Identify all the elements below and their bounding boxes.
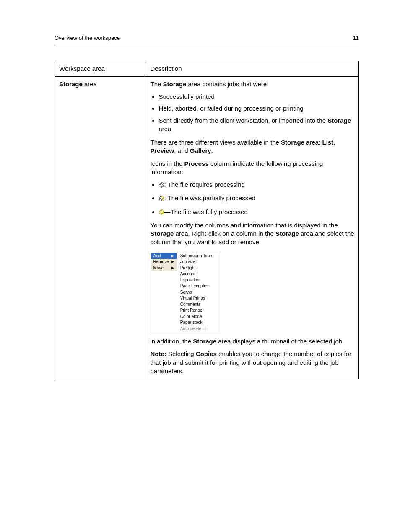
text: Remove bbox=[153, 259, 169, 265]
th-description: Description bbox=[146, 61, 359, 76]
text: Move bbox=[153, 266, 164, 271]
job-status-list: Successfully printed Held, aborted, or f… bbox=[151, 93, 355, 133]
storage-bold: Storage bbox=[59, 80, 83, 88]
context-menu-screenshot: Add▶ Remove▶ Move▶ Submission Time Job s… bbox=[151, 253, 221, 333]
chevron-right-icon: ▶ bbox=[171, 254, 174, 258]
text: area contains jobs that were: bbox=[186, 80, 268, 88]
page-header: Overview of the workspace 11 bbox=[55, 34, 359, 44]
text: : The file was partially processed bbox=[164, 194, 255, 201]
list-item: Held, aborted, or failed during processi… bbox=[159, 104, 355, 113]
cell-workspace-area: Storage area bbox=[55, 76, 146, 379]
document-page: Overview of the workspace 11 Workspace a… bbox=[0, 0, 400, 532]
menu-item: Submission Time bbox=[177, 253, 221, 259]
text: Icons in the bbox=[151, 160, 184, 167]
menu-item: Account bbox=[177, 271, 221, 277]
gear-empty-icon bbox=[159, 182, 164, 188]
menu-item: Comments bbox=[177, 302, 221, 308]
context-menu-columns: Submission Time Job size Preflight Accou… bbox=[177, 253, 221, 332]
text: area displays a thumbnail of the selecte… bbox=[216, 338, 344, 345]
gear-full-icon bbox=[159, 209, 164, 215]
text: Sent directly from the client workstatio… bbox=[159, 117, 328, 124]
storage-rest: area bbox=[83, 80, 97, 88]
text: Storage bbox=[327, 117, 351, 124]
intro-line: The Storage area contains jobs that were… bbox=[151, 80, 355, 88]
text: , bbox=[333, 139, 335, 146]
menu-item: Virtual Printer bbox=[177, 295, 221, 302]
page-number: 11 bbox=[353, 34, 359, 42]
text: : The file requires processing bbox=[164, 181, 245, 188]
list-item: Successfully printed bbox=[159, 93, 355, 101]
workspace-table: Workspace area Description Storage area … bbox=[55, 61, 359, 380]
text: Process bbox=[184, 160, 208, 167]
note-line: Note: Selecting Copies enables you to ch… bbox=[151, 350, 355, 375]
text: Storage bbox=[193, 338, 216, 345]
views-line: There are three different views availabl… bbox=[151, 138, 355, 155]
gear-partial-icon bbox=[159, 196, 164, 201]
modify-columns-line: You can modify the columns and informati… bbox=[151, 221, 355, 247]
menu-item-remove: Remove▶ bbox=[151, 259, 177, 265]
menu-item-move: Move▶ bbox=[151, 265, 177, 271]
process-line: Icons in the Process column indicate the… bbox=[151, 160, 355, 177]
menu-item: Color Mode bbox=[177, 314, 221, 320]
text: . bbox=[211, 147, 213, 154]
text: Preview bbox=[151, 147, 174, 154]
th-workspace-area: Workspace area bbox=[55, 61, 146, 76]
text: area bbox=[159, 125, 171, 132]
chevron-right-icon: ▶ bbox=[171, 260, 174, 264]
text: , and bbox=[174, 147, 190, 154]
text: Storage bbox=[151, 230, 174, 237]
text: in addition, the bbox=[151, 338, 193, 345]
text: You can modify the columns and informati… bbox=[151, 222, 338, 229]
addition-line: in addition, the Storage area displays a… bbox=[151, 337, 355, 346]
menu-item: Imposition bbox=[177, 277, 221, 284]
text: Add bbox=[153, 253, 161, 259]
menu-item-add: Add▶ bbox=[151, 253, 177, 259]
text: Copies bbox=[196, 350, 217, 357]
text: Storage bbox=[275, 230, 299, 237]
menu-item: Preflight bbox=[177, 265, 221, 271]
text: Selecting bbox=[166, 350, 196, 357]
text: Storage bbox=[163, 80, 187, 88]
text: Storage bbox=[281, 139, 304, 146]
list-item: : The file requires processing bbox=[159, 181, 355, 189]
text: The bbox=[151, 80, 163, 88]
text: area: bbox=[304, 139, 322, 146]
list-item: —The file was fully processed bbox=[159, 208, 355, 216]
menu-item: Page Exception bbox=[177, 283, 221, 289]
text: There are three different views availabl… bbox=[151, 139, 281, 146]
cell-description: The Storage area contains jobs that were… bbox=[146, 76, 359, 379]
menu-item: Paper stock bbox=[177, 320, 221, 326]
menu-item: Server bbox=[177, 289, 221, 296]
process-icon-list: : The file requires processing : The fil… bbox=[151, 181, 355, 216]
context-menu-actions: Add▶ Remove▶ Move▶ bbox=[151, 253, 177, 271]
header-title: Overview of the workspace bbox=[55, 34, 120, 42]
text: Gallery bbox=[190, 147, 211, 154]
text: List bbox=[322, 139, 333, 146]
list-item: Sent directly from the client workstatio… bbox=[159, 116, 355, 134]
text: Note: bbox=[151, 350, 166, 357]
menu-item: Job size bbox=[177, 259, 221, 265]
text: area. Right-click on a column in the bbox=[174, 230, 275, 237]
menu-item: Print Range bbox=[177, 307, 221, 314]
chevron-right-icon: ▶ bbox=[171, 266, 174, 270]
menu-item: Auto delete in bbox=[177, 326, 221, 332]
list-item: : The file was partially processed bbox=[159, 194, 355, 202]
text: —The file was fully processed bbox=[164, 208, 248, 215]
